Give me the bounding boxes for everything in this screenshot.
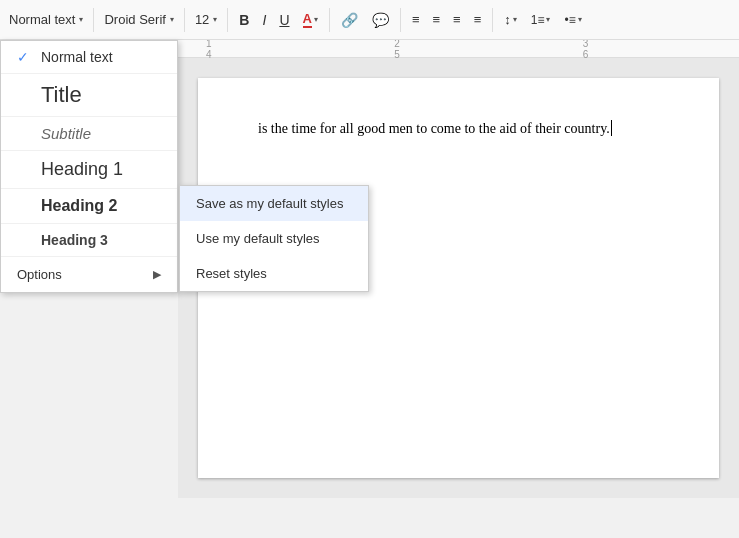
align-left-button[interactable]: ≡ [406, 5, 426, 35]
link-button[interactable]: 🔗 [335, 5, 364, 35]
text-color-caret: ▾ [314, 15, 318, 24]
align-right-button[interactable]: ≡ [447, 5, 467, 35]
toolbar: Normal text ▾ Droid Serif ▾ 12 ▾ B I U A… [0, 0, 739, 40]
style-item-heading2[interactable]: Heading 2 [1, 189, 177, 224]
line-spacing-icon: ↕ [504, 12, 511, 27]
font-size-label: 12 [195, 12, 209, 27]
style-dropdown-label: Normal text [9, 12, 75, 27]
ordered-list-icon: 1≡ [531, 13, 545, 27]
align-center-icon: ≡ [432, 12, 440, 27]
reset-styles-label: Reset styles [196, 266, 267, 281]
comment-button[interactable]: 💬 [366, 5, 395, 35]
style-options-row[interactable]: Options ▶ Save as my default styles Use … [1, 257, 177, 292]
subtitle-label: Subtitle [41, 125, 91, 142]
submenu-save-default[interactable]: Save as my default styles [180, 186, 368, 221]
options-submenu: Save as my default styles Use my default… [179, 185, 369, 292]
text-cursor [611, 120, 612, 136]
use-default-label: Use my default styles [196, 231, 320, 246]
bold-button[interactable]: B [233, 5, 255, 35]
separator-2 [184, 8, 185, 32]
align-justify-icon: ≡ [474, 12, 482, 27]
heading2-label: Heading 2 [41, 197, 117, 215]
bold-icon: B [239, 12, 249, 28]
submenu-reset-styles[interactable]: Reset styles [180, 256, 368, 291]
style-item-subtitle[interactable]: Subtitle [1, 117, 177, 151]
italic-button[interactable]: I [256, 5, 272, 35]
style-item-normal[interactable]: ✓ Normal text [1, 41, 177, 74]
align-group: ≡ ≡ ≡ ≡ [406, 5, 487, 35]
align-center-button[interactable]: ≡ [426, 5, 446, 35]
style-item-heading1[interactable]: Heading 1 [1, 151, 177, 189]
separator-5 [400, 8, 401, 32]
unordered-list-button[interactable]: •≡ ▾ [558, 5, 587, 35]
style-dropdown-caret: ▾ [79, 15, 83, 24]
style-item-heading3[interactable]: Heading 3 [1, 224, 177, 257]
normal-text-label: Normal text [41, 49, 113, 65]
ruler-marks: 1 2 3 4 5 6 [188, 38, 739, 60]
style-dropdown-panel: ✓ Normal text Title Subtitle Heading 1 H… [0, 40, 178, 293]
unordered-list-icon: •≡ [564, 13, 575, 27]
title-label: Title [41, 82, 82, 108]
heading1-label: Heading 1 [41, 159, 123, 180]
align-right-icon: ≡ [453, 12, 461, 27]
align-left-icon: ≡ [412, 12, 420, 27]
style-item-title[interactable]: Title [1, 74, 177, 117]
underline-icon: U [279, 12, 289, 28]
ruler: 1 2 3 4 5 6 [178, 40, 739, 58]
document-text: is the time for all good men to come to … [258, 118, 659, 140]
underline-button[interactable]: U [273, 5, 295, 35]
font-dropdown-caret: ▾ [170, 15, 174, 24]
line-spacing-button[interactable]: ↕ ▾ [498, 5, 523, 35]
separator-3 [227, 8, 228, 32]
format-group: B I U A ▾ [233, 5, 324, 35]
font-dropdown-button[interactable]: Droid Serif ▾ [99, 5, 178, 35]
ol-caret: ▾ [546, 15, 550, 24]
options-arrow-icon: ▶ [153, 268, 161, 281]
options-label: Options [17, 267, 62, 282]
comment-icon: 💬 [372, 12, 389, 28]
link-icon: 🔗 [341, 12, 358, 28]
font-dropdown-label: Droid Serif [104, 12, 165, 27]
ul-caret: ▾ [578, 15, 582, 24]
style-dropdown-button[interactable]: Normal text ▾ [4, 5, 88, 35]
text-color-icon: A [303, 11, 312, 28]
font-size-caret: ▾ [213, 15, 217, 24]
align-justify-button[interactable]: ≡ [468, 5, 488, 35]
separator-6 [492, 8, 493, 32]
normal-text-check: ✓ [17, 49, 33, 65]
submenu-use-default[interactable]: Use my default styles [180, 221, 368, 256]
ordered-list-button[interactable]: 1≡ ▾ [525, 5, 557, 35]
font-size-dropdown[interactable]: 12 ▾ [190, 5, 222, 35]
document-text-content: is the time for all good men to come to … [258, 121, 610, 136]
separator-4 [329, 8, 330, 32]
save-default-label: Save as my default styles [196, 196, 343, 211]
heading3-label: Heading 3 [41, 232, 108, 248]
italic-icon: I [262, 12, 266, 28]
text-color-button[interactable]: A ▾ [297, 5, 324, 35]
line-spacing-caret: ▾ [513, 15, 517, 24]
separator-1 [93, 8, 94, 32]
